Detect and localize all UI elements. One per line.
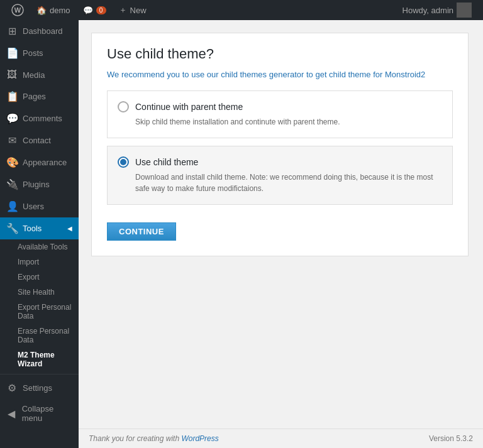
media-icon: 🖼 xyxy=(6,69,18,80)
sidebar-item-posts[interactable]: 📄 Posts xyxy=(0,42,79,64)
pages-icon: 📋 xyxy=(6,90,18,102)
site-name-button[interactable]: 🏠 demo xyxy=(30,0,77,20)
sidebar-item-users[interactable]: 👤 Users xyxy=(0,195,79,217)
posts-icon: 📄 xyxy=(6,47,18,59)
option-parent-desc: Skip child theme installation and contin… xyxy=(118,116,442,128)
sidebar-item-pages[interactable]: 📋 Pages xyxy=(0,85,79,107)
footer-thank-you: Thank you for creating with WordPress xyxy=(89,434,219,443)
wp-logo-button[interactable]: W xyxy=(5,0,30,20)
collapse-icon: ◀ xyxy=(6,408,17,420)
sidebar-item-comments[interactable]: 💬 Comments xyxy=(0,107,79,129)
option-child-title: Use child theme xyxy=(135,157,198,167)
submenu-erase-personal-data[interactable]: Erase Personal Data xyxy=(0,324,79,347)
submenu-export[interactable]: Export xyxy=(0,270,79,285)
settings-icon: ⚙ xyxy=(6,382,18,394)
howdy-button[interactable]: Howdy, admin xyxy=(396,0,478,20)
wordpress-link[interactable]: WordPress xyxy=(181,434,218,443)
option-parent-theme[interactable]: Continue with parent theme Skip child th… xyxy=(107,90,453,138)
sidebar-item-settings[interactable]: ⚙ Settings xyxy=(0,377,79,399)
users-icon: 👤 xyxy=(6,200,18,212)
sidebar-item-media[interactable]: 🖼 Media xyxy=(0,64,79,85)
home-icon: 🏠 xyxy=(36,6,47,15)
radio-child-theme[interactable] xyxy=(118,156,129,168)
radio-parent-theme[interactable] xyxy=(118,101,129,112)
footer: Thank you for creating with WordPress Ve… xyxy=(79,429,483,448)
continue-button[interactable]: CONTINUE xyxy=(107,222,176,241)
new-content-button[interactable]: ＋ New xyxy=(113,0,153,20)
submenu-site-health[interactable]: Site Health xyxy=(0,285,79,300)
option-parent-title: Continue with parent theme xyxy=(135,102,243,112)
submenu-m2-theme-wizard[interactable]: M2 Theme Wizard xyxy=(0,347,79,371)
tools-icon: 🔧 xyxy=(6,222,18,234)
sidebar-item-dashboard[interactable]: ⊞ Dashboard xyxy=(0,20,79,42)
comments-sidebar-icon: 💬 xyxy=(6,112,18,124)
collapse-menu-button[interactable]: ◀ Collapse menu xyxy=(0,399,79,428)
option-child-desc: Download and install child theme. Note: … xyxy=(118,172,442,194)
dashboard-icon: ⊞ xyxy=(6,25,18,37)
content-box: Use child theme? We recommend you to use… xyxy=(91,33,469,256)
appearance-icon: 🎨 xyxy=(6,156,18,168)
page-subtitle: We recommend you to use our child themes… xyxy=(107,70,453,79)
plus-icon: ＋ xyxy=(119,4,127,16)
comments-button[interactable]: 💬 0 xyxy=(77,0,113,20)
child-themes-generator-link[interactable]: child themes generator xyxy=(221,70,304,79)
sidebar-item-plugins[interactable]: 🔌 Plugins xyxy=(0,173,79,195)
comments-icon: 💬 xyxy=(83,6,93,15)
comments-badge: 0 xyxy=(96,6,106,14)
submenu-available-tools[interactable]: Available Tools xyxy=(0,239,79,254)
sidebar: ⊞ Dashboard 📄 Posts 🖼 Media 📋 Pages 💬 Co… xyxy=(0,20,79,448)
submenu-export-personal-data[interactable]: Export Personal Data xyxy=(0,300,79,324)
avatar xyxy=(457,3,472,18)
sidebar-item-contact[interactable]: ✉ Contact xyxy=(0,129,79,151)
sidebar-item-appearance[interactable]: 🎨 Appearance xyxy=(0,151,79,173)
footer-version: Version 5.3.2 xyxy=(429,434,473,443)
option-child-theme[interactable]: Use child theme Download and install chi… xyxy=(107,146,453,205)
main-content: Use child theme? We recommend you to use… xyxy=(79,20,483,448)
contact-icon: ✉ xyxy=(6,134,18,146)
sidebar-item-tools[interactable]: 🔧 Tools ◀ xyxy=(0,217,79,239)
page-title: Use child theme? xyxy=(107,46,453,62)
submenu-import[interactable]: Import xyxy=(0,254,79,270)
admin-bar: W 🏠 demo 💬 0 ＋ New Howdy, admin xyxy=(0,0,483,20)
plugins-icon: 🔌 xyxy=(6,178,18,190)
svg-text:W: W xyxy=(14,6,21,14)
